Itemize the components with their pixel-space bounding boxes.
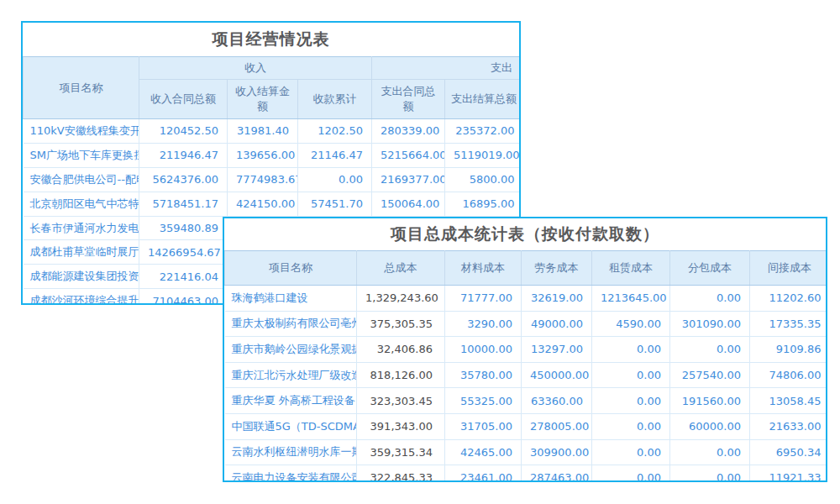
amount-cell: 31705.00 — [445, 413, 522, 439]
amount-cell: 287463.00 — [522, 465, 592, 482]
amount-cell: 31981.40 — [228, 119, 298, 144]
amount-cell: 2169377.00 — [372, 167, 445, 192]
amount-cell: 257540.00 — [670, 362, 750, 388]
project-name-link[interactable]: 北京朝阳区电气中芯特殊 — [24, 192, 139, 216]
project-name-link[interactable]: 成都沙河环境综合提升 — [24, 289, 139, 305]
table2-body: 珠海鹤港口建设1,329,243.6071777.0032619.0012136… — [225, 286, 828, 483]
amount-cell: 5718451.17 — [139, 192, 228, 216]
amount-cell: 221416.04 — [139, 265, 228, 289]
total-cost-table: 项目名称 总成本 材料成本 劳务成本 租赁成本 分包成本 间接成本 珠海鹤港口建… — [224, 250, 827, 482]
column-header: 收入结算金额 — [228, 80, 298, 119]
amount-cell: 235372.00 — [445, 119, 522, 144]
amount-cell: 191560.00 — [670, 388, 750, 414]
table1-header: 项目名称 收入 支出 收入合同总额 收入结算金额 收款累计 支出合同总额 支出结… — [24, 57, 522, 119]
group-header-expense: 支出 — [372, 57, 522, 80]
project-name-link[interactable]: 安徽合肥供电公司--配电网 — [24, 167, 139, 192]
amount-cell: 0.00 — [592, 388, 670, 414]
amount-cell: 13297.00 — [522, 337, 592, 363]
amount-cell: 424150.00 — [228, 192, 298, 216]
total-cost-cell: 359,315.34 — [357, 439, 445, 465]
project-name-link[interactable]: 110kV安徽线程集变开闭 — [24, 119, 139, 144]
table-row: 云南水利枢纽潜明水库一期359,315.3442465.00309900.000… — [225, 439, 828, 465]
total-cost-cell: 391,343.00 — [357, 413, 445, 439]
amount-cell: 57451.70 — [298, 192, 372, 216]
amount-cell: 0.00 — [670, 337, 750, 363]
amount-cell: 139656.00 — [228, 143, 298, 167]
amount-cell: 0.00 — [592, 337, 670, 363]
column-header: 支出合同总额 — [372, 80, 445, 119]
amount-cell: 74806.00 — [750, 362, 828, 388]
column-header: 租赁成本 — [592, 251, 670, 286]
table-row: 珠海鹤港口建设1,329,243.6071777.0032619.0012136… — [225, 286, 828, 312]
column-header: 收款累计 — [298, 80, 372, 119]
project-name-link[interactable]: 重庆华夏 外高桥工程设备 — [225, 388, 357, 414]
amount-cell: 5119019.00 — [445, 143, 522, 167]
project-name-link[interactable]: 成都杜甫草堂临时展厅 — [24, 240, 139, 265]
amount-cell: 0.00 — [592, 413, 670, 439]
amount-cell: 13058.45 — [750, 388, 828, 414]
amount-cell: 1213645.00 — [592, 286, 670, 312]
amount-cell: 5624376.00 — [139, 167, 228, 192]
amount-cell: 3290.00 — [445, 311, 522, 337]
table-row: 重庆市鹅岭公园绿化景观提升32,406.8610000.0013297.000.… — [225, 337, 828, 363]
project-name-link[interactable]: 云南电力设备安装有限公司 — [225, 465, 357, 482]
amount-cell: 21146.47 — [298, 143, 372, 167]
amount-cell: 21633.00 — [750, 413, 828, 439]
amount-cell: 280339.00 — [372, 119, 445, 144]
project-name-link[interactable]: 珠海鹤港口建设 — [225, 286, 357, 312]
column-header: 分包成本 — [670, 251, 750, 286]
amount-cell: 309900.00 — [522, 439, 592, 465]
total-cost-cell: 323,303.45 — [357, 388, 445, 414]
amount-cell: 35780.00 — [445, 362, 522, 388]
amount-cell: 301090.00 — [670, 311, 750, 337]
amount-cell: 150064.00 — [372, 192, 445, 216]
project-name-link[interactable]: 重庆市鹅岭公园绿化景观提升 — [225, 337, 357, 363]
amount-cell: 17335.35 — [750, 311, 828, 337]
amount-cell: 71777.00 — [445, 286, 522, 312]
project-name-link[interactable]: 云南水利枢纽潜明水库一期 — [225, 439, 357, 465]
amount-cell: 359480.89 — [139, 216, 228, 240]
amount-cell: 16895.00 — [445, 192, 522, 216]
amount-cell: 5800.00 — [445, 167, 522, 192]
amount-cell: 42465.00 — [445, 439, 522, 465]
table-row: 安徽合肥供电公司--配电网5624376.007774983.670.00216… — [24, 167, 522, 192]
column-header: 支出结算总额 — [445, 80, 522, 119]
table-row: 北京朝阳区电气中芯特殊5718451.17424150.0057451.7015… — [24, 192, 522, 216]
table-row: 110kV安徽线程集变开闭120452.5031981.401202.50280… — [24, 119, 522, 144]
column-header: 总成本 — [357, 251, 445, 286]
table-row: SM广场地下车库更换挡板211946.47139656.0021146.4752… — [24, 143, 522, 167]
column-header: 收入合同总额 — [139, 80, 228, 119]
total-cost-cell: 32,406.86 — [357, 337, 445, 363]
amount-cell: 0.00 — [670, 439, 750, 465]
amount-cell: 60000.00 — [670, 413, 750, 439]
amount-cell: 7774983.67 — [228, 167, 298, 192]
table-row: 重庆华夏 外高桥工程设备323,303.4555325.0063360.000.… — [225, 388, 828, 414]
project-name-link[interactable]: 中国联通5G（TD-SCDMA） — [225, 413, 357, 439]
amount-cell: 278005.00 — [522, 413, 592, 439]
total-cost-cell: 1,329,243.60 — [357, 286, 445, 312]
project-name-link[interactable]: 重庆太极制药有限公司亳州 — [225, 311, 357, 337]
amount-cell: 0.00 — [670, 465, 750, 482]
total-cost-cell: 375,305.35 — [357, 311, 445, 337]
project-name-link[interactable]: 成都能源建设集团投资 — [24, 265, 139, 289]
project-name-link[interactable]: SM广场地下车库更换挡板 — [24, 143, 139, 167]
amount-cell: 11202.60 — [750, 286, 828, 312]
amount-cell: 9109.86 — [750, 337, 828, 363]
amount-cell: 211946.47 — [139, 143, 228, 167]
total-cost-cell: 818,126.00 — [357, 362, 445, 388]
amount-cell: 0.00 — [592, 439, 670, 465]
column-header: 劳务成本 — [522, 251, 592, 286]
amount-cell: 23461.00 — [445, 465, 522, 482]
amount-cell: 4590.00 — [592, 311, 670, 337]
table-row: 重庆江北污水处理厂级改造818,126.0035780.00450000.000… — [225, 362, 828, 388]
table-row: 云南电力设备安装有限公司322,845.3323461.00287463.000… — [225, 465, 828, 482]
table-row: 重庆太极制药有限公司亳州375,305.353290.0049000.00459… — [225, 311, 828, 337]
total-cost-cell: 322,845.33 — [357, 465, 445, 482]
column-header-project-name: 项目名称 — [24, 57, 139, 119]
project-name-link[interactable]: 长春市伊通河水力发电 — [24, 216, 139, 240]
amount-cell: 6950.34 — [750, 439, 828, 465]
project-name-link[interactable]: 重庆江北污水处理厂级改造 — [225, 362, 357, 388]
table2-title: 项目总成本统计表（按收付款取数） — [224, 218, 826, 250]
total-cost-table-card: 项目总成本统计表（按收付款取数） 项目名称 总成本 材料成本 劳务成本 租赁成本… — [223, 217, 827, 482]
amount-cell: 10000.00 — [445, 337, 522, 363]
